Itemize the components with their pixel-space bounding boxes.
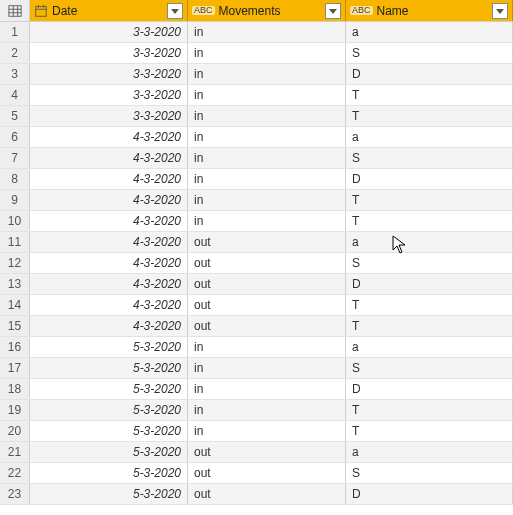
cell-movements[interactable]: out bbox=[188, 232, 346, 252]
cell-date[interactable]: 4-3-2020 bbox=[30, 211, 188, 231]
table-row[interactable]: 215-3-2020outa bbox=[0, 442, 513, 463]
cell-date[interactable]: 4-3-2020 bbox=[30, 232, 188, 252]
cell-date[interactable]: 4-3-2020 bbox=[30, 316, 188, 336]
cell-movements[interactable]: in bbox=[188, 22, 346, 42]
cell-name[interactable]: a bbox=[346, 127, 513, 147]
cell-date[interactable]: 3-3-2020 bbox=[30, 64, 188, 84]
cell-name[interactable]: a bbox=[346, 22, 513, 42]
cell-date[interactable]: 3-3-2020 bbox=[30, 106, 188, 126]
cell-movements[interactable]: in bbox=[188, 337, 346, 357]
cell-name[interactable]: T bbox=[346, 421, 513, 441]
row-number[interactable]: 16 bbox=[0, 337, 30, 357]
row-number[interactable]: 18 bbox=[0, 379, 30, 399]
cell-name[interactable]: T bbox=[346, 211, 513, 231]
table-row[interactable]: 134-3-2020outD bbox=[0, 274, 513, 295]
table-row[interactable]: 84-3-2020inD bbox=[0, 169, 513, 190]
cell-movements[interactable]: out bbox=[188, 463, 346, 483]
row-number[interactable]: 2 bbox=[0, 43, 30, 63]
row-number[interactable]: 9 bbox=[0, 190, 30, 210]
cell-movements[interactable]: out bbox=[188, 316, 346, 336]
cell-name[interactable]: T bbox=[346, 106, 513, 126]
cell-movements[interactable]: in bbox=[188, 43, 346, 63]
table-row[interactable]: 144-3-2020outT bbox=[0, 295, 513, 316]
row-number[interactable]: 17 bbox=[0, 358, 30, 378]
cell-date[interactable]: 5-3-2020 bbox=[30, 463, 188, 483]
table-row[interactable]: 104-3-2020inT bbox=[0, 211, 513, 232]
cell-name[interactable]: S bbox=[346, 148, 513, 168]
row-number[interactable]: 8 bbox=[0, 169, 30, 189]
cell-movements[interactable]: out bbox=[188, 484, 346, 504]
cell-date[interactable]: 4-3-2020 bbox=[30, 295, 188, 315]
cell-date[interactable]: 3-3-2020 bbox=[30, 22, 188, 42]
cell-movements[interactable]: out bbox=[188, 253, 346, 273]
row-number[interactable]: 14 bbox=[0, 295, 30, 315]
filter-dropdown[interactable] bbox=[492, 3, 508, 19]
cell-date[interactable]: 5-3-2020 bbox=[30, 442, 188, 462]
cell-name[interactable]: S bbox=[346, 463, 513, 483]
table-row[interactable]: 124-3-2020outS bbox=[0, 253, 513, 274]
cell-movements[interactable]: in bbox=[188, 85, 346, 105]
row-number[interactable]: 6 bbox=[0, 127, 30, 147]
cell-movements[interactable]: in bbox=[188, 358, 346, 378]
row-number[interactable]: 5 bbox=[0, 106, 30, 126]
cell-date[interactable]: 4-3-2020 bbox=[30, 274, 188, 294]
row-number[interactable]: 20 bbox=[0, 421, 30, 441]
cell-name[interactable]: D bbox=[346, 274, 513, 294]
table-row[interactable]: 114-3-2020outa bbox=[0, 232, 513, 253]
table-row[interactable]: 94-3-2020inT bbox=[0, 190, 513, 211]
cell-movements[interactable]: out bbox=[188, 442, 346, 462]
table-row[interactable]: 165-3-2020ina bbox=[0, 337, 513, 358]
row-number[interactable]: 22 bbox=[0, 463, 30, 483]
row-number-header[interactable] bbox=[0, 0, 30, 21]
row-number[interactable]: 23 bbox=[0, 484, 30, 504]
column-header-date[interactable]: Date bbox=[30, 0, 188, 21]
table-row[interactable]: 154-3-2020outT bbox=[0, 316, 513, 337]
cell-date[interactable]: 5-3-2020 bbox=[30, 337, 188, 357]
row-number[interactable]: 10 bbox=[0, 211, 30, 231]
cell-name[interactable]: D bbox=[346, 379, 513, 399]
cell-name[interactable]: D bbox=[346, 64, 513, 84]
row-number[interactable]: 21 bbox=[0, 442, 30, 462]
cell-name[interactable]: a bbox=[346, 337, 513, 357]
column-header-movements[interactable]: ABC Movements bbox=[188, 0, 346, 21]
cell-name[interactable]: T bbox=[346, 85, 513, 105]
table-row[interactable]: 175-3-2020inS bbox=[0, 358, 513, 379]
table-row[interactable]: 64-3-2020ina bbox=[0, 127, 513, 148]
cell-date[interactable]: 5-3-2020 bbox=[30, 358, 188, 378]
table-row[interactable]: 23-3-2020inS bbox=[0, 43, 513, 64]
cell-movements[interactable]: out bbox=[188, 274, 346, 294]
cell-movements[interactable]: in bbox=[188, 148, 346, 168]
cell-name[interactable]: T bbox=[346, 316, 513, 336]
cell-date[interactable]: 4-3-2020 bbox=[30, 148, 188, 168]
cell-movements[interactable]: in bbox=[188, 106, 346, 126]
cell-movements[interactable]: in bbox=[188, 127, 346, 147]
cell-date[interactable]: 4-3-2020 bbox=[30, 190, 188, 210]
cell-date[interactable]: 4-3-2020 bbox=[30, 253, 188, 273]
cell-name[interactable]: D bbox=[346, 169, 513, 189]
cell-date[interactable]: 5-3-2020 bbox=[30, 421, 188, 441]
cell-name[interactable]: S bbox=[346, 358, 513, 378]
cell-movements[interactable]: in bbox=[188, 211, 346, 231]
cell-movements[interactable]: in bbox=[188, 421, 346, 441]
cell-movements[interactable]: in bbox=[188, 64, 346, 84]
cell-name[interactable]: D bbox=[346, 484, 513, 504]
row-number[interactable]: 7 bbox=[0, 148, 30, 168]
table-row[interactable]: 33-3-2020inD bbox=[0, 64, 513, 85]
row-number[interactable]: 15 bbox=[0, 316, 30, 336]
cell-date[interactable]: 5-3-2020 bbox=[30, 400, 188, 420]
row-number[interactable]: 12 bbox=[0, 253, 30, 273]
filter-dropdown[interactable] bbox=[325, 3, 341, 19]
cell-movements[interactable]: in bbox=[188, 190, 346, 210]
cell-name[interactable]: S bbox=[346, 253, 513, 273]
column-header-name[interactable]: ABC Name bbox=[346, 0, 513, 21]
cell-date[interactable]: 3-3-2020 bbox=[30, 85, 188, 105]
cell-name[interactable]: a bbox=[346, 442, 513, 462]
table-row[interactable]: 43-3-2020inT bbox=[0, 85, 513, 106]
cell-date[interactable]: 5-3-2020 bbox=[30, 484, 188, 504]
cell-date[interactable]: 3-3-2020 bbox=[30, 43, 188, 63]
cell-date[interactable]: 4-3-2020 bbox=[30, 127, 188, 147]
cell-movements[interactable]: in bbox=[188, 379, 346, 399]
row-number[interactable]: 19 bbox=[0, 400, 30, 420]
table-row[interactable]: 13-3-2020ina bbox=[0, 22, 513, 43]
row-number[interactable]: 4 bbox=[0, 85, 30, 105]
